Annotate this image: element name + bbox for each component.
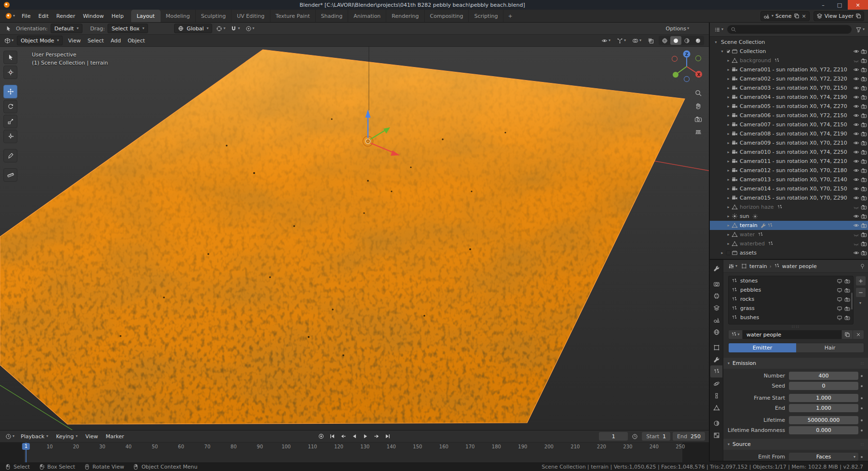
properties-tab-object[interactable] (710, 341, 722, 353)
render-visibility-toggle[interactable] (861, 67, 867, 73)
outliner-row[interactable]: ▸terrain (710, 221, 868, 230)
menu-render[interactable]: Render (53, 10, 79, 22)
outliner-editor-type-button[interactable]: ▾ (713, 27, 725, 33)
expand-caret-icon[interactable]: ▸ (725, 113, 732, 118)
viewport-visibility-toggle[interactable] (853, 103, 859, 109)
transform-orientation-dropdown[interactable]: Global▾ (174, 24, 212, 33)
minimize-button[interactable]: – (815, 0, 831, 10)
viewport-display-toggle[interactable] (837, 306, 842, 311)
expand-caret-icon[interactable]: ▸ (725, 214, 732, 218)
outliner-row[interactable]: ▸Camera005 - sun rotation X0, Y74, Z270 (710, 102, 868, 111)
outliner-row[interactable]: ▸background (710, 56, 868, 65)
editor-type-button[interactable]: ▾ (3, 38, 15, 44)
tool-select-box-button[interactable] (3, 51, 17, 64)
properties-tab-tool[interactable] (710, 262, 722, 274)
render-visibility-toggle[interactable] (861, 222, 867, 229)
workspace-tab-shading[interactable]: Shading (316, 10, 349, 22)
viewport-visibility-toggle[interactable] (853, 67, 859, 73)
render-visibility-toggle[interactable] (861, 48, 867, 54)
expand-caret-icon[interactable]: ▸ (725, 86, 732, 90)
add-workspace-button[interactable]: + (503, 13, 516, 19)
timeline-menu-playback[interactable]: Playback▾ (17, 431, 52, 442)
viewport-display-toggle[interactable] (837, 296, 842, 302)
timeline-menu-keying[interactable]: Keying▾ (52, 431, 81, 442)
pivot-point-dropdown[interactable]: ▾ (215, 26, 227, 32)
viewport-menu-view[interactable]: View (65, 35, 84, 46)
render-visibility-toggle[interactable] (861, 131, 867, 137)
collection-checkbox[interactable] (725, 250, 732, 256)
outliner-search[interactable] (727, 25, 852, 34)
view-layer-selector[interactable]: View Layer (814, 11, 864, 21)
viewport-display-toggle[interactable] (837, 315, 842, 321)
play-reverse-button[interactable] (350, 432, 359, 441)
menu-edit[interactable]: Edit (34, 10, 52, 22)
outliner-row[interactable]: ▸Camera011 - sun rotation X0, Y74, Z210 (710, 157, 868, 166)
particle-system-row[interactable]: grass (729, 304, 853, 313)
render-visibility-toggle[interactable] (861, 121, 867, 128)
animate-dot[interactable] (858, 375, 865, 377)
viewport-visibility-toggle[interactable] (853, 140, 859, 146)
render-visibility-toggle[interactable] (861, 250, 867, 256)
viewport-visibility-toggle[interactable] (853, 186, 859, 192)
workspace-tab-sculpting[interactable]: Sculpting (196, 10, 231, 22)
expand-caret-icon[interactable]: ▸ (725, 58, 732, 63)
render-toggle[interactable] (844, 315, 850, 321)
viewport-3d[interactable]: Z X User Perspective (1) Scene Collectio… (0, 47, 709, 430)
expand-caret-icon[interactable]: ▾ (719, 49, 725, 54)
outliner-row[interactable]: ▸Camera006 - sun rotation X0, Y72, Z150 (710, 111, 868, 120)
outliner-row[interactable]: ▸horizon haze (710, 202, 868, 212)
list-resize-grip[interactable]: ∷∷ (723, 324, 868, 329)
viewport-camera-view-button[interactable] (694, 115, 702, 123)
tool-cursor-button[interactable] (3, 66, 17, 79)
properties-tab-material[interactable] (710, 417, 722, 429)
number-field[interactable]: 0.000 (789, 426, 858, 434)
properties-tab-physics[interactable] (710, 377, 722, 390)
source-panel-header[interactable]: ▾ Source ∷ (723, 439, 868, 450)
viewport-visibility-toggle[interactable] (853, 149, 859, 155)
animate-dot[interactable] (858, 430, 865, 431)
expand-caret-icon[interactable]: ▸ (725, 141, 732, 145)
play-button[interactable] (361, 432, 370, 441)
timeline-menu-marker[interactable]: Marker (102, 431, 128, 442)
outliner-row[interactable]: ▸assets (710, 248, 868, 257)
viewport-perspective-toggle-button[interactable] (694, 128, 702, 136)
frame-end-field[interactable]: End250 (673, 432, 705, 441)
render-visibility-toggle[interactable] (861, 231, 867, 238)
viewport-display-toggle[interactable] (837, 278, 842, 284)
render-visibility-toggle[interactable] (861, 241, 867, 247)
render-visibility-toggle[interactable] (861, 140, 867, 146)
type-emitter-button[interactable]: Emitter (729, 343, 796, 352)
timeline-ruler[interactable]: 1 10203040506070809010011012013014015016… (0, 443, 709, 462)
scene-selector[interactable]: ▾ Scene × (760, 11, 810, 21)
menu-file[interactable]: File (18, 10, 34, 22)
current-frame-field[interactable]: 1 (599, 432, 628, 441)
viewport-visibility-toggle[interactable] (853, 76, 859, 82)
render-visibility-toggle[interactable] (861, 149, 867, 155)
expand-caret-icon[interactable]: ▸ (725, 77, 732, 81)
viewport-pan-button[interactable] (694, 102, 702, 110)
viewport-visibility-toggle[interactable] (853, 121, 859, 128)
nav-axis-y-pos[interactable] (673, 72, 678, 78)
number-field[interactable]: 500000.000 (789, 416, 858, 424)
expand-caret-icon[interactable]: ▸ (725, 67, 732, 72)
animate-dot[interactable] (858, 407, 865, 409)
viewport-visibility-toggle[interactable] (853, 112, 859, 119)
viewport-menu-select[interactable]: Select (84, 35, 107, 46)
properties-tab-constraints[interactable] (710, 390, 722, 402)
viewport-visibility-toggle[interactable] (853, 195, 859, 201)
remove-particle-system-button[interactable] (855, 287, 866, 297)
animate-dot[interactable] (858, 385, 865, 387)
nav-axis-z-neg[interactable] (684, 77, 690, 82)
workspace-tab-texture-paint[interactable]: Texture Paint (271, 10, 316, 22)
tool-scale-button[interactable] (3, 115, 17, 128)
properties-tab-modifiers[interactable] (710, 353, 722, 365)
record-button[interactable] (316, 432, 326, 441)
timeline-menu-view[interactable]: View (81, 431, 102, 442)
render-visibility-toggle[interactable] (861, 94, 867, 100)
expand-caret-icon[interactable]: ▸ (725, 187, 732, 191)
shading-wireframe-button[interactable] (659, 36, 670, 45)
workspace-tab-animation[interactable]: Animation (348, 10, 386, 22)
playhead-frame-badge[interactable]: 1 (22, 443, 30, 450)
viewport-visibility-toggle[interactable] (853, 222, 859, 229)
proportional-editing-dropdown[interactable]: ▾ (244, 26, 256, 32)
